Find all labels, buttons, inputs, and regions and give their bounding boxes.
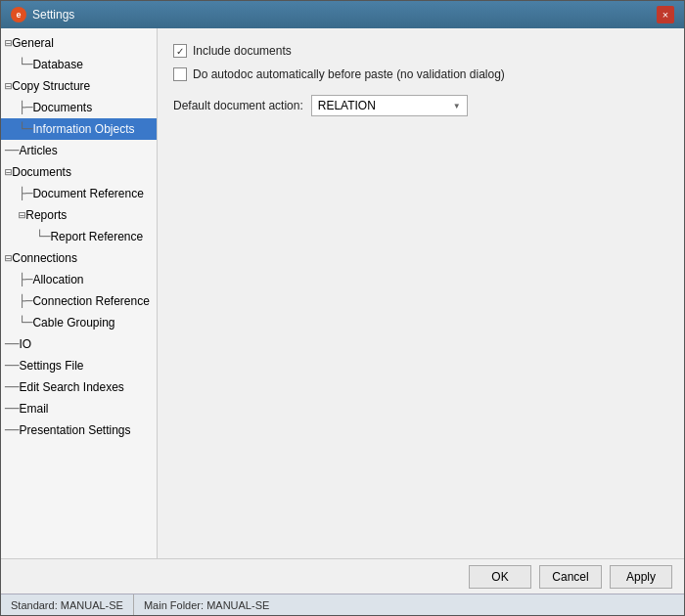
sidebar-item-documents-sub[interactable]: ├─ Documents bbox=[1, 97, 157, 118]
tree-connector: └─ bbox=[19, 56, 32, 73]
sidebar-label-document-reference: Document Reference bbox=[32, 185, 143, 202]
apply-button[interactable]: Apply bbox=[610, 565, 672, 589]
bottom-bar: OK Cancel Apply bbox=[1, 558, 684, 594]
sidebar-label-connections: Connections bbox=[12, 249, 77, 267]
sidebar-item-database[interactable]: └─ Database bbox=[1, 54, 157, 75]
cancel-button[interactable]: Cancel bbox=[539, 565, 602, 589]
include-documents-wrapper: Include documents bbox=[173, 44, 292, 58]
sidebar-label-documents-sub: Documents bbox=[32, 99, 92, 116]
autodoc-row: Do autodoc automatically before paste (n… bbox=[173, 67, 668, 81]
autodoc-wrapper: Do autodoc automatically before paste (n… bbox=[173, 67, 505, 81]
sidebar-label-information-objects: Information Objects bbox=[32, 120, 134, 138]
sidebar-label-copy-structure: Copy Structure bbox=[12, 77, 90, 95]
tree-connector: ── bbox=[5, 335, 19, 353]
tree-connector: ├─ bbox=[19, 271, 32, 288]
sidebar-item-cable-grouping[interactable]: └─ Cable Grouping bbox=[1, 312, 157, 333]
sidebar-label-reports: Reports bbox=[25, 206, 67, 224]
sidebar-label-connection-reference: Connection Reference bbox=[32, 292, 149, 310]
sidebar-label-cable-grouping: Cable Grouping bbox=[32, 314, 114, 331]
sidebar-item-connections[interactable]: ⊟ Connections bbox=[1, 247, 157, 269]
sidebar-item-document-reference[interactable]: ├─ Document Reference bbox=[1, 183, 157, 204]
content-area: ⊟ General └─ Database ⊟ Copy Structure ├… bbox=[1, 28, 684, 558]
tree-connector: ⊟ bbox=[5, 77, 12, 95]
chevron-down-icon: ▼ bbox=[453, 102, 461, 110]
tree-connector: ⊟ bbox=[19, 206, 25, 224]
include-documents-checkbox[interactable] bbox=[173, 44, 187, 58]
sidebar: ⊟ General └─ Database ⊟ Copy Structure ├… bbox=[1, 28, 158, 558]
sidebar-label-documents: Documents bbox=[12, 163, 71, 181]
tree-connector: ├─ bbox=[19, 292, 32, 310]
tree-connector: ── bbox=[5, 142, 19, 159]
sidebar-label-report-reference: Report Reference bbox=[50, 228, 143, 245]
sidebar-item-documents[interactable]: ⊟ Documents bbox=[1, 161, 157, 183]
ok-button[interactable]: OK bbox=[469, 565, 531, 589]
tree-connector: ├─ bbox=[19, 185, 32, 202]
tree-connector: └─ bbox=[36, 228, 50, 245]
sidebar-label-general: General bbox=[12, 34, 54, 52]
sidebar-item-edit-search-indexes[interactable]: ── Edit Search Indexes bbox=[1, 376, 157, 398]
sidebar-label-articles: Articles bbox=[19, 142, 57, 159]
standard-status: Standard: MANUAL-SE bbox=[1, 594, 134, 615]
sidebar-item-report-reference[interactable]: └─ Report Reference bbox=[1, 226, 157, 247]
tree-connector: ── bbox=[5, 421, 19, 439]
sidebar-label-allocation: Allocation bbox=[32, 271, 83, 288]
title-bar: e Settings × bbox=[1, 1, 684, 28]
include-documents-label: Include documents bbox=[193, 44, 292, 58]
sidebar-item-information-objects[interactable]: └─ Information Objects bbox=[1, 118, 157, 140]
sidebar-item-presentation-settings[interactable]: ── Presentation Settings bbox=[1, 419, 157, 441]
sidebar-item-email[interactable]: ── Email bbox=[1, 398, 157, 419]
autodoc-checkbox[interactable] bbox=[173, 67, 187, 81]
sidebar-item-connection-reference[interactable]: ├─ Connection Reference bbox=[1, 290, 157, 312]
default-document-action-dropdown[interactable]: RELATION ▼ bbox=[311, 95, 468, 116]
sidebar-label-email: Email bbox=[19, 400, 48, 418]
main-panel: Include documents Do autodoc automatical… bbox=[158, 28, 684, 558]
sidebar-item-reports[interactable]: ⊟ Reports bbox=[1, 204, 157, 226]
close-button[interactable]: × bbox=[657, 6, 674, 23]
window-title: Settings bbox=[32, 8, 74, 22]
sidebar-item-articles[interactable]: ── Articles bbox=[1, 140, 157, 161]
autodoc-label: Do autodoc automatically before paste (n… bbox=[193, 67, 505, 81]
tree-connector: ⊟ bbox=[5, 163, 12, 181]
settings-window: e Settings × ⊟ General └─ Database ⊟ Cop… bbox=[0, 0, 685, 616]
tree-connector: ── bbox=[5, 400, 19, 418]
sidebar-label-io: IO bbox=[19, 335, 31, 353]
tree-connector: ⊟ bbox=[5, 34, 12, 52]
app-icon: e bbox=[11, 7, 26, 22]
title-bar-left: e Settings bbox=[11, 7, 74, 22]
tree-connector: ── bbox=[5, 357, 19, 374]
sidebar-label-presentation-settings: Presentation Settings bbox=[19, 421, 130, 439]
dropdown-value: RELATION bbox=[318, 99, 376, 112]
sidebar-item-general[interactable]: ⊟ General bbox=[1, 32, 157, 54]
sidebar-item-io[interactable]: ── IO bbox=[1, 333, 157, 355]
sidebar-item-settings-file[interactable]: ── Settings File bbox=[1, 355, 157, 376]
tree-connector: ├─ bbox=[19, 99, 32, 116]
status-bar: Standard: MANUAL-SE Main Folder: MANUAL-… bbox=[1, 594, 684, 615]
sidebar-label-settings-file: Settings File bbox=[19, 357, 83, 374]
tree-connector: ── bbox=[5, 378, 19, 396]
tree-connector: └─ bbox=[19, 120, 32, 138]
sidebar-item-copy-structure[interactable]: ⊟ Copy Structure bbox=[1, 75, 157, 97]
tree-connector: ⊟ bbox=[5, 249, 12, 267]
tree-connector: └─ bbox=[19, 314, 32, 331]
default-document-action-label: Default document action: bbox=[173, 99, 303, 112]
sidebar-label-database: Database bbox=[32, 56, 82, 73]
main-folder-status: Main Folder: MANUAL-SE bbox=[134, 594, 279, 615]
sidebar-item-allocation[interactable]: ├─ Allocation bbox=[1, 269, 157, 290]
default-document-action-row: Default document action: RELATION ▼ bbox=[173, 95, 668, 116]
include-documents-row: Include documents bbox=[173, 44, 668, 58]
sidebar-label-edit-search-indexes: Edit Search Indexes bbox=[19, 378, 123, 396]
